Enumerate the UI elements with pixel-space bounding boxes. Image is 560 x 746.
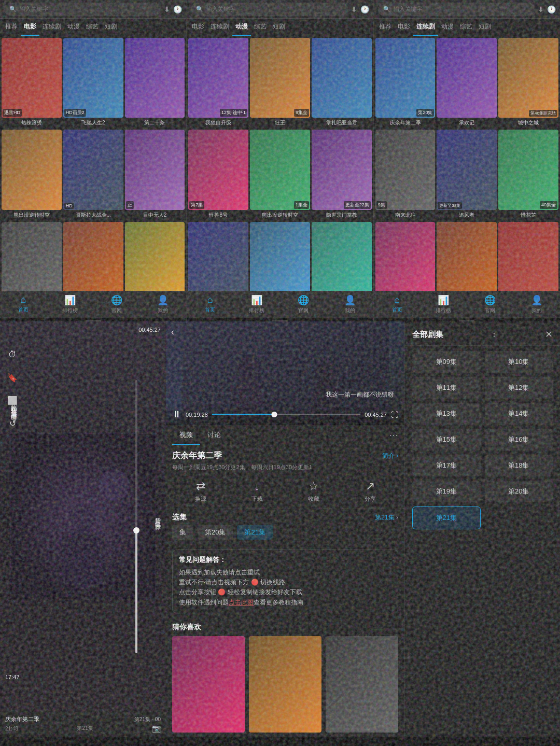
bookmark-icon[interactable]: 🔖	[5, 370, 20, 385]
refresh-icon[interactable]: ↺	[5, 416, 20, 430]
rec-list	[172, 636, 398, 733]
middle-panel: 我这一第一画都不说错呀 ‹ ⏸ 00:19:28 00:45:27 ⛶ 视频	[166, 321, 404, 737]
recommend-section: 猜你喜欢	[166, 618, 404, 737]
timer-icon[interactable]: ⏱	[5, 347, 20, 362]
list-item[interactable]	[326, 636, 398, 733]
bottom-section: 00:45:27 ⏱ 🔖 ⬜ ↺ 赞扬 继续 推荐 此处在想什么是真不懂呀	[0, 321, 560, 737]
video-controls-left: ⏱ 🔖 ⬜ ↺	[5, 347, 20, 430]
crop-icon[interactable]: ⬜	[5, 393, 20, 407]
